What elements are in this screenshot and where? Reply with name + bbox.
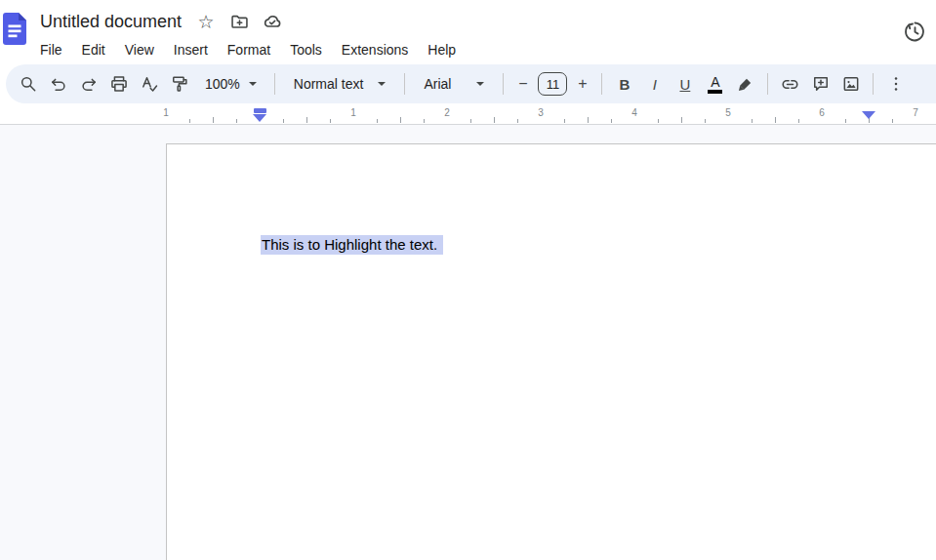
selected-text[interactable]: This is to Highlight the text. — [261, 235, 443, 255]
ruler-tick — [470, 119, 471, 123]
ruler-tick — [564, 119, 565, 123]
menu-format[interactable]: Format — [227, 39, 270, 60]
ruler-mark: 4 — [631, 107, 637, 118]
paragraph-style-value: Normal text — [294, 76, 364, 92]
ruler-mark: 2 — [444, 107, 450, 118]
ruler-tick — [189, 119, 190, 123]
bold-icon[interactable]: B — [609, 68, 639, 100]
ruler-tick — [845, 119, 846, 123]
chevron-down-icon — [249, 82, 257, 86]
menu-file[interactable]: File — [40, 39, 62, 60]
font-family-control[interactable]: Arial — [412, 68, 496, 100]
toolbar-separator — [873, 73, 874, 95]
first-line-indent-marker[interactable] — [254, 108, 266, 113]
ruler-tick — [236, 119, 237, 123]
document-canvas: This is to Highlight the text. — [0, 125, 936, 560]
ruler-tick — [705, 119, 706, 123]
insert-image-icon[interactable] — [835, 68, 866, 100]
chevron-down-icon — [378, 82, 386, 86]
title-icons: ☆ — [195, 11, 283, 32]
toolbar-wrap: 100% Normal text Arial − 11 + B — [0, 64, 936, 105]
ruler-tick — [494, 117, 495, 123]
header-main: Untitled document ☆ — [40, 8, 456, 63]
menu-help[interactable]: Help — [427, 39, 456, 60]
highlight-icon[interactable] — [730, 68, 760, 100]
star-icon[interactable]: ☆ — [195, 11, 217, 32]
ruler-tick — [798, 119, 799, 123]
more-icon[interactable] — [880, 68, 911, 100]
document-page[interactable]: This is to Highlight the text. — [166, 143, 936, 560]
ruler-tick — [775, 117, 776, 123]
toolbar-separator — [767, 73, 768, 95]
ruler-tick — [213, 117, 214, 123]
ruler-tick — [330, 119, 331, 123]
document-title[interactable]: Untitled document — [40, 12, 182, 32]
current-text-color-swatch — [708, 90, 722, 94]
ruler-tick — [681, 117, 682, 123]
ruler-mark: 6 — [819, 107, 825, 118]
spellcheck-icon[interactable] — [134, 68, 164, 100]
font-family-value: Arial — [424, 76, 451, 92]
left-indent-marker[interactable] — [253, 114, 266, 122]
ruler-mark: 1 — [350, 107, 356, 118]
ruler-mark: 7 — [913, 107, 918, 118]
toolbar-separator — [274, 73, 275, 95]
toolbar-separator — [601, 73, 602, 95]
menu-tools[interactable]: Tools — [290, 39, 322, 60]
menu-edit[interactable]: Edit — [82, 39, 105, 60]
add-comment-icon[interactable] — [805, 68, 835, 100]
title-row: Untitled document ☆ — [40, 8, 456, 35]
ruler-tick — [400, 117, 401, 123]
underline-icon[interactable]: U — [670, 68, 700, 100]
zoom-control[interactable]: 100% — [194, 68, 267, 100]
menu-insert[interactable]: Insert — [174, 39, 208, 60]
ruler-tick — [611, 119, 612, 123]
redo-icon[interactable] — [73, 68, 103, 100]
header: Untitled document ☆ — [0, 0, 936, 64]
search-menus-icon[interactable] — [13, 68, 43, 100]
text-color-icon[interactable]: A — [700, 68, 730, 100]
zoom-value: 100% — [205, 76, 240, 92]
header-right — [902, 19, 927, 44]
font-size-input[interactable]: 11 — [538, 72, 567, 96]
decrease-font-size-button[interactable]: − — [510, 68, 535, 100]
ruler[interactable]: 11234567 — [0, 105, 936, 125]
menu-bar: File Edit View Insert Format Tools Exten… — [40, 36, 456, 63]
ruler-tick — [424, 119, 425, 123]
chevron-down-icon — [476, 82, 484, 86]
toolbar: 100% Normal text Arial − 11 + B — [6, 64, 936, 103]
ruler-tick — [588, 117, 589, 123]
toolbar-separator — [503, 73, 504, 95]
ruler-mark: 1 — [163, 107, 169, 118]
google-docs-app: Untitled document ☆ — [0, 0, 936, 560]
paint-format-icon[interactable] — [164, 68, 194, 100]
ruler-tick — [306, 117, 307, 123]
move-folder-icon[interactable] — [228, 11, 250, 32]
ruler-tick — [283, 119, 284, 123]
toolbar-separator — [404, 73, 405, 95]
ruler-tick — [892, 119, 893, 123]
ruler-mark: 5 — [725, 107, 731, 118]
ruler-mark: 3 — [538, 107, 544, 118]
version-history-icon[interactable] — [902, 19, 927, 44]
paragraph-style-control[interactable]: Normal text — [282, 68, 398, 100]
undo-icon[interactable] — [43, 68, 73, 100]
ruler-tick — [377, 119, 378, 123]
docs-logo-icon[interactable] — [3, 13, 26, 45]
right-indent-marker[interactable] — [862, 111, 875, 119]
ruler-tick — [517, 119, 518, 123]
cloud-status-icon[interactable] — [262, 11, 283, 32]
increase-font-size-button[interactable]: + — [570, 68, 594, 100]
print-icon[interactable] — [103, 68, 134, 100]
ruler-tick — [658, 119, 659, 123]
link-icon[interactable] — [775, 68, 805, 100]
menu-view[interactable]: View — [125, 39, 154, 60]
menu-extensions[interactable]: Extensions — [342, 39, 408, 60]
italic-icon[interactable]: I — [639, 68, 670, 100]
paragraph[interactable]: This is to Highlight the text. — [261, 235, 443, 255]
ruler-tick — [752, 119, 753, 123]
